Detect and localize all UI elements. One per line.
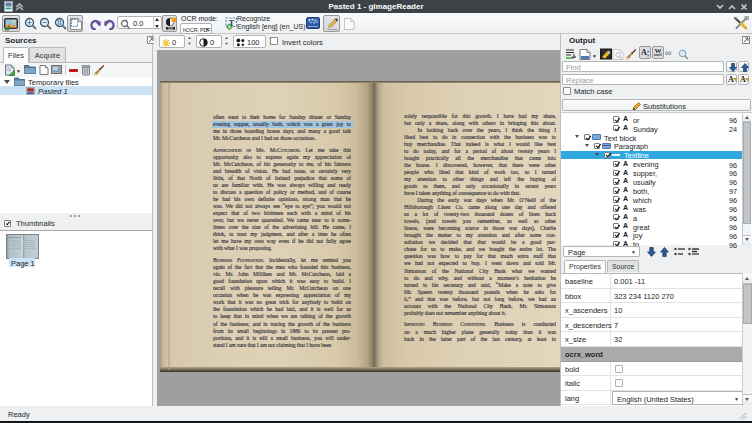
- svg-text:A: A: [641, 48, 647, 57]
